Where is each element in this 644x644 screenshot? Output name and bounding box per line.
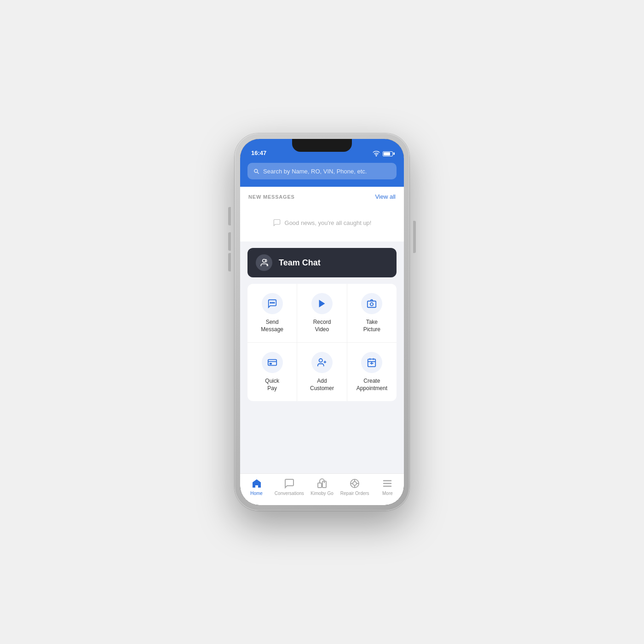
add-customer-button[interactable]: AddCustomer	[297, 343, 347, 401]
send-message-button[interactable]: SendMessage	[247, 284, 297, 342]
phone-outer: 16:47	[235, 133, 409, 511]
nav-item-repair-orders[interactable]: Repair Orders	[339, 477, 371, 496]
nav-label-more: More	[382, 491, 393, 496]
send-message-icon-circle	[262, 293, 283, 314]
nav-label-repair-orders: Repair Orders	[340, 491, 369, 496]
status-bar: 16:47	[240, 139, 404, 159]
create-appointment-icon	[367, 357, 377, 368]
take-picture-icon-circle	[361, 293, 382, 314]
quick-pay-icon-circle	[262, 352, 283, 373]
svg-point-1	[272, 302, 273, 303]
team-chat-label: Team Chat	[279, 258, 321, 268]
search-bar-container: Search by Name, RO, VIN, Phone, etc.	[240, 159, 404, 187]
nav-label-home: Home	[250, 491, 263, 496]
svg-point-2	[270, 302, 271, 303]
send-message-label: SendMessage	[261, 319, 283, 333]
team-chat-person-icon	[259, 258, 269, 267]
svg-rect-5	[368, 301, 376, 308]
status-icons	[373, 151, 393, 156]
record-video-label: RecordVideo	[313, 319, 331, 333]
quick-pay-label: QuickPay	[265, 378, 279, 392]
bottom-nav: Home Conversations	[240, 473, 404, 505]
team-chat-button[interactable]: Team Chat	[247, 248, 397, 277]
svg-point-6	[370, 303, 373, 305]
nav-item-home[interactable]: Home	[240, 477, 273, 496]
more-icon	[381, 477, 393, 489]
search-input-placeholder: Search by Name, RO, VIN, Phone, etc.	[263, 168, 367, 175]
add-customer-icon-circle	[311, 352, 333, 373]
kimoby-go-icon	[316, 477, 328, 489]
chat-bubble-icon	[273, 218, 281, 227]
battery-fill	[384, 152, 390, 155]
new-messages-header: NEW MESSAGES View all	[248, 193, 396, 200]
svg-point-10	[319, 359, 322, 362]
nav-item-more[interactable]: More	[371, 477, 404, 496]
team-chat-avatar	[256, 254, 272, 271]
svg-point-0	[263, 259, 266, 263]
svg-rect-7	[268, 360, 276, 366]
home-icon	[251, 477, 263, 489]
wifi-icon	[373, 151, 380, 156]
conversations-icon	[283, 477, 295, 489]
quick-pay-icon	[267, 357, 277, 368]
phone-inner: 16:47	[240, 139, 404, 505]
send-message-icon	[267, 299, 277, 309]
nav-item-kimoby-go[interactable]: Kimoby Go	[305, 477, 338, 496]
search-icon	[253, 168, 259, 174]
nav-label-kimoby-go: Kimoby Go	[310, 491, 333, 496]
svg-point-3	[273, 302, 274, 303]
nav-item-conversations[interactable]: Conversations	[273, 477, 305, 496]
status-time: 16:47	[251, 150, 266, 156]
create-appointment-button[interactable]: CreateAppointment	[347, 343, 397, 401]
create-appointment-label: CreateAppointment	[356, 378, 387, 392]
empty-message-text: Good news, you're all caught up!	[285, 219, 372, 226]
create-appointment-icon-circle	[361, 352, 382, 373]
take-picture-label: TakePicture	[363, 319, 380, 333]
search-bar[interactable]: Search by Name, RO, VIN, Phone, etc.	[247, 163, 397, 179]
take-picture-icon	[367, 299, 377, 309]
action-row-2: QuickPay	[247, 343, 397, 401]
svg-rect-19	[318, 483, 322, 488]
new-messages-label: NEW MESSAGES	[248, 194, 295, 200]
nav-label-conversations: Conversations	[275, 491, 304, 496]
repair-orders-icon	[349, 477, 361, 489]
take-picture-button[interactable]: TakePicture	[347, 284, 397, 342]
screen: 16:47	[240, 139, 404, 505]
notch	[292, 139, 352, 152]
phone-wrapper: 16:47	[225, 124, 419, 520]
record-video-button[interactable]: RecordVideo	[297, 284, 347, 342]
action-row-1: SendMessage RecordVideo	[247, 284, 397, 343]
svg-point-22	[353, 482, 356, 485]
svg-marker-4	[319, 300, 325, 308]
record-video-icon	[317, 299, 327, 309]
main-content: NEW MESSAGES View all Good news, you're …	[240, 187, 404, 473]
quick-pay-button[interactable]: QuickPay	[247, 343, 297, 401]
battery-icon	[383, 151, 393, 156]
record-video-icon-circle	[311, 293, 333, 314]
bottom-spacer	[240, 401, 404, 415]
add-customer-label: AddCustomer	[310, 378, 334, 392]
view-all-link[interactable]: View all	[375, 193, 396, 200]
new-messages-section: NEW MESSAGES View all Good news, you're …	[240, 187, 404, 242]
add-customer-icon	[317, 357, 327, 368]
caught-up-message: Good news, you're all caught up!	[248, 209, 396, 236]
action-grid: SendMessage RecordVideo	[247, 284, 397, 401]
svg-rect-9	[270, 363, 271, 364]
